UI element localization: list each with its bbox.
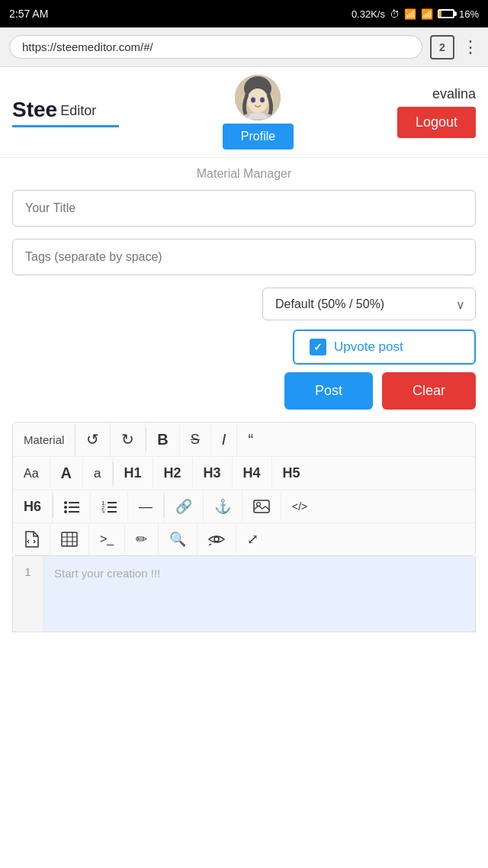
quote-button[interactable]: “: [237, 423, 264, 456]
bold-button[interactable]: B: [146, 423, 179, 456]
eye-icon: [208, 533, 225, 545]
svg-rect-18: [108, 506, 117, 508]
search-button[interactable]: 🔍: [159, 523, 197, 555]
action-row: ✓ Upvote post Post Clear: [12, 330, 476, 410]
svg-rect-14: [69, 511, 79, 513]
time-display: 2:57 AM: [9, 8, 48, 20]
table-icon: [61, 532, 78, 547]
svg-point-9: [64, 501, 67, 504]
svg-text:3.: 3.: [101, 509, 107, 513]
h3-button[interactable]: H3: [193, 458, 233, 489]
status-right: 0.32K/s ⏱ 📶 📶 16%: [352, 8, 479, 20]
editor-toolbar: Material ↺ ↻ B S I “ Aa A a H1 H2 H3 H4 …: [12, 422, 476, 556]
svg-rect-20: [108, 511, 117, 513]
h4-button[interactable]: H4: [233, 458, 272, 489]
svg-rect-16: [108, 502, 117, 503]
profile-section: Profile: [223, 75, 294, 149]
app-header: Stee Editor: [0, 67, 488, 158]
clock-icon: ⏱: [390, 8, 400, 20]
terminal-button[interactable]: >_: [89, 525, 125, 554]
title-input[interactable]: [12, 190, 476, 227]
profile-button[interactable]: Profile: [223, 124, 294, 149]
lowercase-button[interactable]: a: [83, 458, 112, 489]
editor-area: 1 Start your creation !!!: [12, 556, 476, 632]
file-code-button[interactable]: [13, 523, 50, 555]
uppercase-button[interactable]: A: [50, 457, 83, 490]
image-icon: [253, 500, 270, 513]
svg-rect-10: [69, 502, 79, 503]
toolbar-row-4: >_ ✏ 🔍 ⤢: [13, 523, 475, 555]
unordered-list-button[interactable]: [53, 492, 91, 521]
brand-section: Stee Editor: [12, 98, 119, 122]
svg-rect-21: [254, 500, 269, 513]
editor-placeholder: Start your creation !!!: [54, 567, 160, 580]
code-button[interactable]: </>: [281, 493, 318, 520]
strikethrough-button[interactable]: S: [180, 424, 211, 455]
toolbar-label: Material: [13, 424, 75, 455]
user-section: evalina Logout: [397, 86, 476, 138]
editor-content[interactable]: Start your creation !!!: [43, 556, 475, 632]
line-numbers: 1: [13, 556, 43, 632]
svg-point-2: [247, 88, 268, 113]
post-button[interactable]: Post: [284, 372, 373, 410]
battery-percent: 16%: [459, 8, 479, 20]
h6-button[interactable]: H6: [13, 491, 53, 522]
toolbar-row-1: Material ↺ ↻ B S I “: [13, 423, 475, 457]
anchor-button[interactable]: ⚓: [204, 490, 242, 522]
svg-line-28: [209, 544, 211, 545]
upvote-label: Upvote post: [334, 339, 403, 355]
brand-editor: Editor: [60, 103, 96, 119]
url-bar[interactable]: https://steemeditor.com/#/: [9, 35, 422, 59]
brand-steem: Stee: [12, 98, 57, 122]
username-label: evalina: [432, 86, 476, 102]
svg-point-8: [260, 98, 265, 103]
reward-row: Default (50% / 50%) 100% Steem Power Dec…: [12, 288, 476, 320]
clear-button[interactable]: Clear: [382, 372, 476, 410]
ordered-list-button[interactable]: 1. 2. 3.: [91, 492, 128, 521]
tab-counter[interactable]: 2: [430, 35, 454, 59]
reward-select-wrapper: Default (50% / 50%) 100% Steem Power Dec…: [262, 288, 476, 320]
preview-button[interactable]: [197, 526, 236, 553]
svg-point-7: [251, 98, 255, 103]
header-underline: [12, 125, 119, 127]
upvote-box[interactable]: ✓ Upvote post: [293, 330, 476, 365]
avatar-image: [235, 75, 281, 121]
normal-text-button[interactable]: Aa: [13, 459, 50, 488]
address-bar: https://steemeditor.com/#/ 2 ⋮: [0, 27, 488, 67]
network-speed: 0.32K/s: [352, 8, 385, 20]
link-button[interactable]: 🔗: [165, 490, 204, 522]
toolbar-row-2: Aa A a H1 H2 H3 H4 H5: [13, 457, 475, 490]
redo-button[interactable]: ↻: [111, 423, 146, 456]
expand-button[interactable]: ⤢: [236, 523, 269, 555]
file-code-icon: [24, 531, 39, 548]
status-bar: 2:57 AM 0.32K/s ⏱ 📶 📶 16%: [0, 0, 488, 27]
svg-point-29: [214, 537, 219, 542]
italic-button[interactable]: I: [211, 423, 238, 456]
h1-button[interactable]: H1: [114, 458, 153, 489]
hr-button[interactable]: —: [128, 491, 164, 522]
browser-menu-icon[interactable]: ⋮: [462, 37, 479, 57]
table-button[interactable]: [50, 524, 89, 555]
toolbar-row-3: H6 1. 2. 3.: [13, 490, 475, 523]
logout-button[interactable]: Logout: [397, 107, 476, 138]
signal-icon: 📶: [421, 8, 433, 20]
reward-select[interactable]: Default (50% / 50%) 100% Steem Power Dec…: [262, 288, 476, 320]
svg-rect-12: [69, 506, 79, 508]
svg-rect-23: [62, 532, 77, 546]
main-content: Material Manager Default (50% / 50%) 100…: [0, 158, 488, 641]
battery-indicator: [438, 9, 454, 18]
upvote-checkbox[interactable]: ✓: [310, 339, 326, 355]
image-button[interactable]: [242, 492, 281, 521]
h2-button[interactable]: H2: [153, 458, 193, 489]
pen-button[interactable]: ✏: [125, 523, 159, 555]
tags-input[interactable]: [12, 239, 476, 275]
svg-point-13: [64, 510, 67, 513]
ol-icon: 1. 2. 3.: [101, 500, 117, 513]
h5-button[interactable]: H5: [272, 458, 311, 489]
section-label: Material Manager: [12, 167, 476, 181]
ul-icon: [64, 500, 79, 513]
undo-button[interactable]: ↺: [75, 423, 111, 456]
wifi-icon: 📶: [404, 8, 416, 20]
line-number-1: 1: [21, 565, 35, 578]
avatar: [235, 75, 281, 121]
